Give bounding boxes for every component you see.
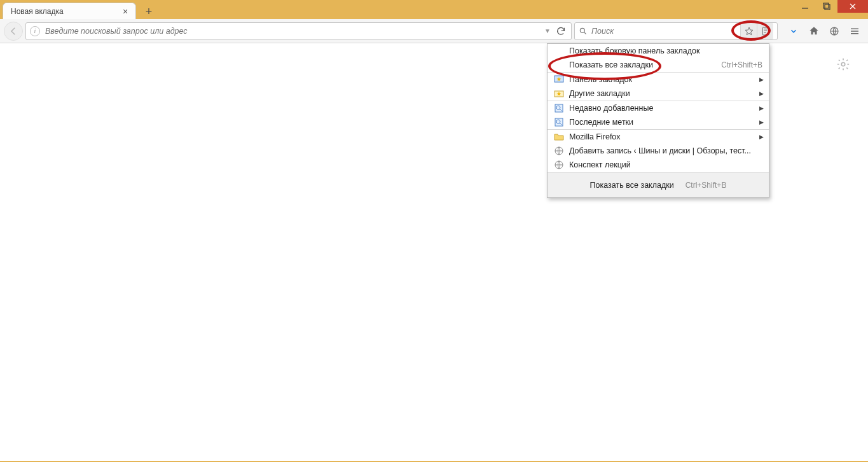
bottom-accent-line [0, 461, 868, 462]
minimize-button[interactable] [794, 0, 816, 13]
bookmark-star-button[interactable] [740, 23, 757, 39]
url-bar[interactable]: i ▼ [25, 22, 572, 40]
menu-folder-firefox[interactable]: Mozilla Firefox ▶ [548, 130, 769, 144]
menu-bookmark-tires[interactable]: Добавить запись ‹ Шины и диски | Обзоры,… [548, 144, 769, 158]
addon-globe-button[interactable] [825, 22, 844, 41]
blank-icon [554, 46, 564, 56]
menu-recently-bookmarked[interactable]: Недавно добавленные ▶ [548, 101, 769, 115]
menu-bookmark-lectures[interactable]: Конспект лекций [548, 158, 769, 172]
search-icon [579, 27, 588, 36]
menu-item-label: Добавить запись ‹ Шины и диски | Обзоры,… [569, 146, 762, 155]
window-controls [794, 0, 868, 13]
svg-point-16 [841, 62, 845, 66]
menu-other-bookmarks[interactable]: Другие закладки ▶ [548, 87, 769, 101]
folder-icon [554, 132, 564, 142]
close-window-button[interactable] [837, 0, 868, 13]
menu-item-label: Показать боковую панель закладок [569, 46, 762, 55]
titlebar: Новая вкладка × + [0, 0, 868, 19]
smartfolder-icon [554, 117, 564, 127]
newtab-settings-button[interactable] [836, 57, 850, 71]
menu-item-label: Другие закладки [569, 89, 762, 98]
search-input[interactable] [591, 27, 740, 36]
tab-strip: Новая вкладка × + [0, 0, 158, 19]
svg-marker-7 [745, 27, 753, 35]
home-button[interactable] [804, 22, 823, 41]
maximize-button[interactable] [816, 0, 837, 13]
globe-icon [554, 146, 564, 156]
menu-show-all-bookmarks[interactable]: Показать все закладки Ctrl+Shift+B [548, 58, 769, 72]
history-dropdown-icon[interactable]: ▼ [544, 27, 551, 34]
chevron-right-icon: ▶ [759, 90, 764, 97]
chevron-right-icon: ▶ [759, 105, 764, 111]
menu-item-label: Последние метки [569, 118, 762, 127]
svg-rect-2 [825, 4, 830, 10]
menu-item-accelerator: Ctrl+Shift+B [715, 60, 762, 69]
menu-item-label: Mozilla Firefox [569, 132, 762, 141]
toolbar-icons [784, 22, 864, 41]
searchbar-end-buttons [740, 23, 773, 39]
downloads-button[interactable] [784, 22, 803, 41]
search-bar[interactable] [574, 22, 778, 40]
bookmarks-menu-button[interactable] [757, 23, 773, 39]
navigation-toolbar: i ▼ [0, 19, 868, 43]
globe-icon [554, 160, 564, 170]
new-tab-button[interactable]: + [140, 4, 158, 19]
back-button[interactable] [4, 22, 23, 41]
menu-item-label: Недавно добавленные [569, 104, 762, 113]
svg-line-6 [584, 32, 586, 34]
menu-item-label: Конспект лекций [569, 160, 762, 169]
bookmarks-dropdown-menu: Показать боковую панель закладок Показат… [547, 43, 769, 198]
identity-icon[interactable]: i [30, 26, 40, 36]
svg-point-5 [580, 28, 584, 32]
svg-rect-8 [762, 27, 768, 35]
menu-footer-label: Показать все закладки [590, 181, 674, 190]
urlbar-right: ▼ [544, 25, 567, 38]
bookmark-toolbar-icon [554, 74, 564, 85]
chevron-right-icon: ▶ [759, 134, 764, 140]
chevron-right-icon: ▶ [759, 119, 764, 125]
menu-footer-accelerator: Ctrl+Shift+B [685, 181, 727, 190]
chevron-right-icon: ▶ [759, 76, 764, 83]
menu-show-bookmarks-sidebar[interactable]: Показать боковую панель закладок [548, 44, 769, 58]
bookmark-folder-icon [554, 88, 564, 99]
reload-button[interactable] [555, 25, 567, 38]
hamburger-menu-button[interactable] [845, 22, 864, 41]
menu-recent-tags[interactable]: Последние метки ▶ [548, 115, 769, 129]
smartfolder-icon [554, 103, 564, 113]
url-input[interactable] [45, 27, 544, 36]
close-icon[interactable]: × [120, 6, 130, 17]
svg-rect-1 [823, 3, 829, 8]
tab-title: Новая вкладка [11, 7, 64, 16]
menu-footer-show-all[interactable]: Показать все закладки Ctrl+Shift+B [548, 172, 769, 197]
menu-item-label: Панель закладок [569, 75, 762, 84]
menu-item-label: Показать все закладки [569, 60, 710, 69]
menu-bookmarks-toolbar[interactable]: Панель закладок ▶ [548, 73, 769, 87]
blank-icon [554, 60, 564, 70]
browser-tab[interactable]: Новая вкладка × [3, 3, 136, 19]
